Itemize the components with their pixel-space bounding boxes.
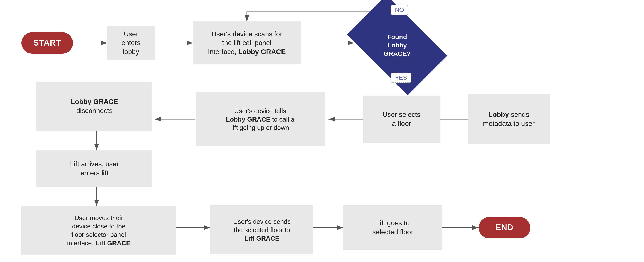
device-sends-floor-node: User's device sendsthe selected floor to…	[210, 205, 314, 254]
lobby-sends-metadata-node: Lobby sendsmetadata to user	[468, 94, 550, 144]
device-tells-lobby-node: User's device tellsLobby GRACE to call a…	[196, 92, 324, 146]
user-moves-device-node: User moves theirdevice close to thefloor…	[22, 206, 176, 255]
lift-arrives-node: Lift arrives, user enters lift	[36, 150, 152, 187]
device-scans-node: User's device scans forthe lift call pan…	[193, 22, 300, 64]
end-node: END	[479, 217, 530, 238]
yes-label: YES	[391, 72, 411, 83]
flowchart: START User enters lobby User's device sc…	[0, 0, 644, 262]
no-label: NO	[391, 5, 408, 15]
user-enters-lobby-node: User enters lobby	[107, 26, 154, 60]
lobby-disconnects-node: Lobby GRACEdisconnects	[36, 82, 152, 131]
user-selects-floor-node: User selects a floor	[363, 96, 440, 143]
lift-goes-floor-node: Lift goes to selected floor	[344, 205, 442, 250]
start-node: START	[22, 32, 73, 54]
